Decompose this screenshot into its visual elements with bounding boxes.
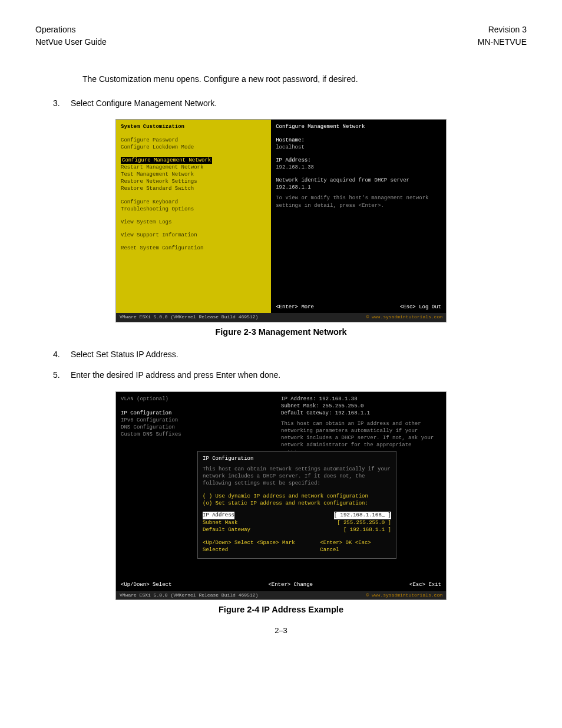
- credit-text-2: © www.sysadmintutorials.com: [366, 592, 442, 599]
- left-ipv6-config[interactable]: IPv6 Configuration: [121, 417, 181, 424]
- dialog-title: IP Configuration: [203, 455, 391, 462]
- menu-restore-network-settings[interactable]: Restore Network Settings: [121, 178, 266, 185]
- page-number: 2–3: [35, 626, 527, 635]
- ip-label: IP Address:: [276, 157, 441, 164]
- hostname-label: Hostname:: [276, 137, 441, 144]
- menu-restore-standard-switch[interactable]: Restore Standard Switch: [121, 185, 266, 192]
- option-dynamic[interactable]: ( ) Use dynamic IP address and network c…: [203, 493, 391, 500]
- hint-text: To view or modify this host's management…: [276, 195, 441, 209]
- header-left-2: NetVue User Guide: [35, 36, 107, 48]
- step-5-text: Enter the desired IP address and press E…: [71, 368, 280, 383]
- field-ip-label: IP Address: [203, 512, 234, 519]
- field-gw-value[interactable]: [ 192.168.1.1 ]: [343, 526, 391, 533]
- figure-2-3-caption: Figure 2-3 Management Network: [35, 327, 527, 337]
- left-custom-dns[interactable]: Custom DNS Suffixes: [121, 431, 181, 438]
- summary-gw: Default Gateway: 192.168.1.1: [281, 410, 441, 417]
- menu-troubleshooting-options[interactable]: Troubleshooting Options: [121, 206, 266, 213]
- field-mask-value[interactable]: [ 255.255.255.0 ]: [337, 519, 391, 526]
- dialog-hint-right: <Enter> OK <Esc> Cancel: [320, 539, 391, 554]
- menu-configure-mgmt-network[interactable]: Configure Management Network: [121, 157, 212, 164]
- screenshot-system-customization: System Customization Configure Password …: [115, 119, 447, 322]
- ip-config-dialog: IP Configuration This host can obtain ne…: [197, 451, 396, 559]
- menu-restart-mgmt-network[interactable]: Restart Management Network: [121, 164, 266, 171]
- right-panel-title: Configure Management Network: [276, 123, 441, 130]
- step-4-text: Select Set Status IP Address.: [71, 347, 178, 362]
- left-panel-title: System Customization: [121, 123, 266, 130]
- intro-text: The Customization menu opens. Configure …: [82, 72, 527, 87]
- dialog-hint-left: <Up/Down> Select <Space> Mark Selected: [203, 539, 320, 554]
- bottom-enter: <Enter> Change: [268, 581, 313, 588]
- left-vlan[interactable]: VLAN (optional): [121, 396, 181, 403]
- header-right-2: MN-NETVUE: [478, 36, 527, 48]
- hostname-value: localhost: [276, 144, 441, 151]
- ip-value: 192.168.1.38: [276, 164, 441, 171]
- enter-key-hint: <Enter> More: [276, 304, 314, 310]
- header-left-1: Operations: [35, 24, 107, 36]
- screenshot-ip-configuration: VLAN (optional) IP Configuration IPv6 Co…: [115, 391, 447, 601]
- step-4-number: 4.: [53, 347, 71, 362]
- step-5-number: 5.: [53, 368, 71, 383]
- bottom-updown: <Up/Down> Select: [121, 581, 171, 588]
- menu-configure-lockdown[interactable]: Configure Lockdown Mode: [121, 144, 266, 151]
- left-dns-config[interactable]: DNS Configuration: [121, 424, 181, 431]
- step-3-number: 3.: [53, 96, 71, 111]
- menu-configure-password[interactable]: Configure Password: [121, 137, 266, 144]
- field-ip-value[interactable]: [ 192.168.1.108_ ]: [334, 512, 391, 519]
- menu-view-system-logs[interactable]: View System Logs: [121, 219, 266, 226]
- left-ip-config[interactable]: IP Configuration: [121, 410, 181, 417]
- header-right-1: Revision 3: [478, 24, 527, 36]
- menu-reset-system-config[interactable]: Reset System Configuration: [121, 245, 266, 252]
- vmware-footer-2: VMware ESXi 5.0.0 (VMKernel Release Buil…: [120, 592, 258, 599]
- option-static[interactable]: (o) Set static IP address and network co…: [203, 500, 391, 507]
- step-3-text: Select Configure Management Network.: [71, 96, 217, 111]
- esc-key-hint: <Esc> Log Out: [400, 304, 441, 310]
- figure-2-4-caption: Figure 2-4 IP Address Example: [35, 605, 527, 614]
- field-mask-label: Subnet Mask: [203, 519, 237, 526]
- page-header: Operations NetVue User Guide Revision 3 …: [35, 24, 527, 48]
- credit-text: © www.sysadmintutorials.com: [366, 314, 442, 321]
- identity-text: Network identity acquired from DHCP serv…: [276, 177, 441, 191]
- summary-ip: IP Address: 192.168.1.38: [281, 396, 441, 403]
- menu-configure-keyboard[interactable]: Configure Keyboard: [121, 199, 266, 206]
- vmware-footer: VMware ESXi 5.0.0 (VMKernel Release Buil…: [120, 314, 258, 321]
- dialog-desc: This host can obtain network settings au…: [203, 466, 391, 487]
- summary-mask: Subnet Mask: 255.255.255.0: [281, 403, 441, 410]
- menu-test-mgmt-network[interactable]: Test Management Network: [121, 171, 266, 178]
- menu-view-support-info[interactable]: View Support Information: [121, 232, 266, 239]
- field-gw-label: Default Gateway: [203, 526, 250, 533]
- bottom-esc: <Esc> Exit: [409, 581, 441, 588]
